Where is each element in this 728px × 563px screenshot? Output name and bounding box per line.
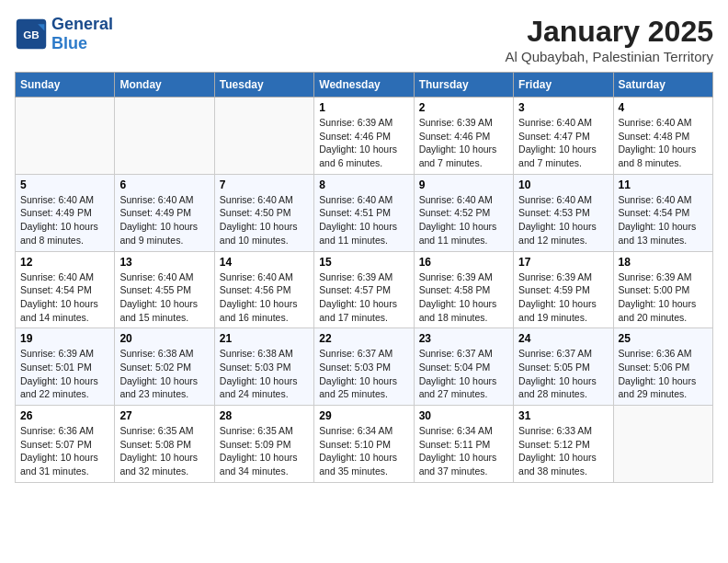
- calendar-cell: 25Sunrise: 6:36 AM Sunset: 5:06 PM Dayli…: [613, 328, 712, 406]
- day-info: Sunrise: 6:40 AM Sunset: 4:49 PM Dayligh…: [119, 193, 209, 247]
- day-number: 13: [119, 256, 209, 269]
- calendar-cell: 9Sunrise: 6:40 AM Sunset: 4:52 PM Daylig…: [414, 174, 513, 251]
- day-number: 15: [319, 256, 408, 269]
- logo-icon: GB: [15, 17, 48, 51]
- day-number: 17: [518, 256, 608, 269]
- day-number: 9: [419, 178, 508, 191]
- calendar-cell: 22Sunrise: 6:37 AM Sunset: 5:03 PM Dayli…: [314, 328, 414, 406]
- calendar-cell: 10Sunrise: 6:40 AM Sunset: 4:53 PM Dayli…: [514, 174, 613, 251]
- calendar-cell: 1Sunrise: 6:39 AM Sunset: 4:46 PM Daylig…: [314, 98, 414, 175]
- weekday-header-saturday: Saturday: [613, 73, 712, 98]
- day-number: 4: [619, 101, 708, 114]
- day-info: Sunrise: 6:40 AM Sunset: 4:54 PM Dayligh…: [619, 193, 708, 247]
- day-info: Sunrise: 6:40 AM Sunset: 4:56 PM Dayligh…: [220, 270, 309, 325]
- calendar-cell: 11Sunrise: 6:40 AM Sunset: 4:54 PM Dayli…: [613, 174, 712, 251]
- title-block: January 2025 Al Qubaybah, Palestinian Te…: [505, 15, 713, 64]
- calendar-week-row: 5Sunrise: 6:40 AM Sunset: 4:49 PM Daylig…: [16, 174, 713, 251]
- day-number: 23: [419, 332, 508, 345]
- weekday-header-row: SundayMondayTuesdayWednesdayThursdayFrid…: [16, 73, 713, 98]
- calendar-cell: 31Sunrise: 6:33 AM Sunset: 5:12 PM Dayli…: [514, 406, 613, 483]
- day-number: 28: [220, 409, 309, 422]
- logo-general: General: [51, 15, 113, 33]
- day-info: Sunrise: 6:38 AM Sunset: 5:03 PM Dayligh…: [220, 347, 309, 401]
- day-number: 8: [319, 178, 408, 191]
- day-info: Sunrise: 6:36 AM Sunset: 5:07 PM Dayligh…: [20, 424, 109, 478]
- day-number: 20: [119, 332, 209, 345]
- calendar-cell: 3Sunrise: 6:40 AM Sunset: 4:47 PM Daylig…: [514, 98, 613, 175]
- logo: GB General Blue: [15, 15, 113, 53]
- day-info: Sunrise: 6:40 AM Sunset: 4:52 PM Dayligh…: [419, 193, 508, 247]
- day-info: Sunrise: 6:40 AM Sunset: 4:51 PM Dayligh…: [319, 193, 408, 247]
- calendar-cell: 26Sunrise: 6:36 AM Sunset: 5:07 PM Dayli…: [16, 406, 115, 483]
- day-info: Sunrise: 6:39 AM Sunset: 5:00 PM Dayligh…: [619, 270, 708, 325]
- day-info: Sunrise: 6:40 AM Sunset: 4:49 PM Dayligh…: [20, 193, 109, 247]
- day-number: 21: [220, 332, 309, 345]
- day-info: Sunrise: 6:39 AM Sunset: 5:01 PM Dayligh…: [20, 347, 109, 401]
- day-number: 24: [518, 332, 608, 345]
- calendar-cell: 15Sunrise: 6:39 AM Sunset: 4:57 PM Dayli…: [314, 251, 414, 328]
- calendar-cell: 12Sunrise: 6:40 AM Sunset: 4:54 PM Dayli…: [16, 251, 115, 328]
- day-number: 30: [419, 409, 508, 422]
- svg-text:GB: GB: [23, 29, 40, 40]
- day-number: 2: [419, 101, 508, 114]
- day-info: Sunrise: 6:39 AM Sunset: 4:58 PM Dayligh…: [419, 270, 508, 325]
- weekday-header-thursday: Thursday: [414, 73, 513, 98]
- day-number: 7: [220, 178, 309, 191]
- calendar-week-row: 19Sunrise: 6:39 AM Sunset: 5:01 PM Dayli…: [16, 328, 713, 406]
- day-number: 29: [319, 409, 408, 422]
- weekday-header-wednesday: Wednesday: [314, 73, 414, 98]
- day-number: 16: [419, 256, 508, 269]
- day-number: 31: [518, 409, 608, 422]
- day-number: 10: [518, 178, 608, 191]
- logo-text: General Blue: [51, 15, 113, 53]
- day-number: 22: [319, 332, 408, 345]
- calendar-week-row: 26Sunrise: 6:36 AM Sunset: 5:07 PM Dayli…: [16, 406, 713, 483]
- day-info: Sunrise: 6:40 AM Sunset: 4:55 PM Dayligh…: [119, 270, 209, 325]
- calendar-cell: 5Sunrise: 6:40 AM Sunset: 4:49 PM Daylig…: [16, 174, 115, 251]
- calendar-cell: [16, 98, 115, 175]
- calendar-cell: 6Sunrise: 6:40 AM Sunset: 4:49 PM Daylig…: [115, 174, 214, 251]
- day-info: Sunrise: 6:39 AM Sunset: 4:46 PM Dayligh…: [419, 116, 508, 170]
- day-info: Sunrise: 6:35 AM Sunset: 5:09 PM Dayligh…: [220, 424, 309, 478]
- page-header: GB General Blue January 2025 Al Qubaybah…: [15, 15, 713, 64]
- day-number: 3: [518, 101, 608, 114]
- day-info: Sunrise: 6:38 AM Sunset: 5:02 PM Dayligh…: [119, 347, 209, 401]
- day-info: Sunrise: 6:35 AM Sunset: 5:08 PM Dayligh…: [119, 424, 209, 478]
- day-number: 5: [20, 178, 109, 191]
- day-number: 26: [20, 409, 109, 422]
- calendar-cell: [613, 406, 712, 483]
- logo-blue: Blue: [51, 34, 87, 52]
- calendar-cell: 19Sunrise: 6:39 AM Sunset: 5:01 PM Dayli…: [16, 328, 115, 406]
- day-number: 6: [119, 178, 209, 191]
- day-number: 1: [319, 101, 408, 114]
- calendar-cell: 13Sunrise: 6:40 AM Sunset: 4:55 PM Dayli…: [115, 251, 214, 328]
- calendar-title: January 2025: [505, 15, 713, 49]
- weekday-header-monday: Monday: [115, 73, 214, 98]
- day-number: 25: [619, 332, 708, 345]
- day-info: Sunrise: 6:40 AM Sunset: 4:54 PM Dayligh…: [20, 270, 109, 325]
- calendar-cell: 20Sunrise: 6:38 AM Sunset: 5:02 PM Dayli…: [115, 328, 214, 406]
- day-info: Sunrise: 6:40 AM Sunset: 4:48 PM Dayligh…: [619, 116, 708, 170]
- day-info: Sunrise: 6:39 AM Sunset: 4:59 PM Dayligh…: [518, 270, 608, 325]
- calendar-cell: 29Sunrise: 6:34 AM Sunset: 5:10 PM Dayli…: [314, 406, 414, 483]
- day-info: Sunrise: 6:36 AM Sunset: 5:06 PM Dayligh…: [619, 347, 708, 401]
- calendar-cell: 23Sunrise: 6:37 AM Sunset: 5:04 PM Dayli…: [414, 328, 513, 406]
- day-info: Sunrise: 6:37 AM Sunset: 5:03 PM Dayligh…: [319, 347, 408, 401]
- day-info: Sunrise: 6:37 AM Sunset: 5:05 PM Dayligh…: [518, 347, 608, 401]
- day-number: 18: [619, 256, 708, 269]
- calendar-cell: 21Sunrise: 6:38 AM Sunset: 5:03 PM Dayli…: [214, 328, 313, 406]
- calendar-cell: 16Sunrise: 6:39 AM Sunset: 4:58 PM Dayli…: [414, 251, 513, 328]
- calendar-week-row: 12Sunrise: 6:40 AM Sunset: 4:54 PM Dayli…: [16, 251, 713, 328]
- day-info: Sunrise: 6:40 AM Sunset: 4:53 PM Dayligh…: [518, 193, 608, 247]
- calendar-cell: 30Sunrise: 6:34 AM Sunset: 5:11 PM Dayli…: [414, 406, 513, 483]
- calendar-cell: 24Sunrise: 6:37 AM Sunset: 5:05 PM Dayli…: [514, 328, 613, 406]
- weekday-header-friday: Friday: [514, 73, 613, 98]
- day-info: Sunrise: 6:40 AM Sunset: 4:47 PM Dayligh…: [518, 116, 608, 170]
- day-info: Sunrise: 6:39 AM Sunset: 4:57 PM Dayligh…: [319, 270, 408, 325]
- day-info: Sunrise: 6:33 AM Sunset: 5:12 PM Dayligh…: [518, 424, 608, 478]
- calendar-cell: 17Sunrise: 6:39 AM Sunset: 4:59 PM Dayli…: [514, 251, 613, 328]
- calendar-table: SundayMondayTuesdayWednesdayThursdayFrid…: [15, 72, 713, 483]
- weekday-header-sunday: Sunday: [16, 73, 115, 98]
- calendar-cell: 27Sunrise: 6:35 AM Sunset: 5:08 PM Dayli…: [115, 406, 214, 483]
- calendar-subtitle: Al Qubaybah, Palestinian Territory: [505, 49, 713, 64]
